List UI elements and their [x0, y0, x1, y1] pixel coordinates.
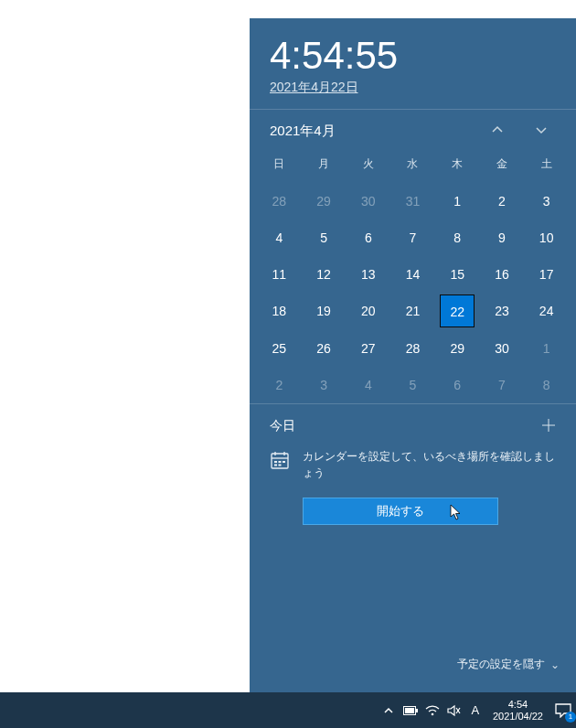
calendar-day[interactable]: 28 — [390, 330, 435, 367]
clock-time: 4:54:55 — [270, 37, 556, 75]
calendar-day[interactable]: 8 — [435, 219, 480, 256]
start-button[interactable]: 開始する — [303, 498, 498, 525]
chevron-up-icon — [383, 705, 394, 716]
calendar-day[interactable]: 19 — [302, 293, 347, 330]
calendar-day[interactable]: 9 — [480, 219, 525, 256]
calendar-icon — [270, 450, 290, 470]
svg-rect-6 — [274, 461, 277, 463]
wifi-icon[interactable] — [423, 701, 442, 720]
calendar-day[interactable]: 5 — [390, 367, 435, 403]
calendar-day[interactable]: 27 — [346, 330, 390, 367]
calendar-day[interactable]: 13 — [346, 256, 390, 293]
today-label: 今日 — [270, 418, 295, 434]
chevron-down-icon — [535, 123, 548, 136]
prev-month-button[interactable] — [483, 123, 512, 139]
svg-rect-13 — [405, 708, 414, 713]
calendar-day[interactable]: 12 — [302, 256, 347, 293]
clock-section: 4:54:55 2021年4月22日 — [250, 18, 576, 109]
dow-header: 火 — [346, 151, 390, 183]
svg-rect-7 — [279, 461, 282, 463]
calendar-day[interactable]: 31 — [390, 183, 435, 219]
calendar-day[interactable]: 30 — [480, 330, 525, 367]
calendar-day[interactable]: 28 — [257, 183, 302, 219]
calendar-day[interactable]: 2 — [257, 367, 302, 403]
calendar-day[interactable]: 4 — [346, 367, 390, 403]
system-tray: A 4:54 2021/04/22 1 — [379, 699, 574, 722]
calendar-day[interactable]: 6 — [435, 367, 480, 403]
calendar-day[interactable]: 1 — [524, 330, 569, 367]
taskbar-date: 2021/04/22 — [493, 711, 543, 723]
calendar-grid: 日月火水木金土282930311234567891011121314151617… — [250, 151, 576, 403]
dow-header: 土 — [524, 151, 569, 183]
calendar-day[interactable]: 20 — [346, 293, 390, 330]
calendar-day[interactable]: 7 — [480, 367, 525, 403]
month-label[interactable]: 2021年4月 — [270, 123, 468, 140]
calendar-day[interactable]: 25 — [257, 330, 302, 367]
dow-header: 木 — [435, 151, 480, 183]
svg-rect-12 — [416, 709, 418, 712]
calendar-day[interactable]: 30 — [346, 183, 390, 219]
calendar-day[interactable]: 6 — [346, 219, 390, 256]
calendar-day[interactable]: 15 — [435, 256, 480, 293]
dow-header: 水 — [390, 151, 435, 183]
action-center-button[interactable]: 1 — [552, 701, 574, 721]
calendar-day[interactable]: 24 — [524, 293, 569, 330]
calendar-day[interactable]: 29 — [435, 330, 480, 367]
calendar-day[interactable]: 26 — [302, 330, 347, 367]
calendar-day[interactable]: 4 — [257, 219, 302, 256]
calendar-day[interactable]: 11 — [257, 256, 302, 293]
svg-rect-10 — [279, 465, 282, 466]
volume-icon[interactable] — [445, 701, 464, 720]
events-row: カレンダーを設定して、いるべき場所を確認しましょう — [270, 448, 556, 481]
chevron-down-icon: ⌄ — [550, 658, 560, 671]
calendar-day-today[interactable]: 22 — [435, 293, 480, 330]
hide-agenda-label: 予定の設定を隠す — [457, 657, 545, 672]
taskbar-time: 4:54 — [493, 699, 543, 711]
calendar-day[interactable]: 5 — [302, 219, 347, 256]
events-section: 今日 カレンダーを設定して、いるべき場所を確認しましょう 開始する — [250, 403, 576, 532]
svg-point-14 — [432, 712, 434, 715]
dow-header: 日 — [257, 151, 302, 183]
calendar-day[interactable]: 10 — [524, 219, 569, 256]
calendar-day[interactable]: 14 — [390, 256, 435, 293]
svg-rect-9 — [274, 465, 277, 466]
calendar-day[interactable]: 21 — [390, 293, 435, 330]
clock-calendar-flyout: 4:54:55 2021年4月22日 2021年4月 日月火水木金土282930… — [250, 18, 576, 692]
plus-icon — [541, 418, 556, 433]
svg-rect-8 — [283, 461, 285, 463]
calendar-day[interactable]: 2 — [480, 183, 525, 219]
next-month-button[interactable] — [527, 123, 556, 139]
cursor-icon — [450, 504, 463, 520]
calendar-day[interactable]: 1 — [435, 183, 480, 219]
start-button-label: 開始する — [377, 504, 424, 518]
calendar-day[interactable]: 17 — [524, 256, 569, 293]
clock-date-link[interactable]: 2021年4月22日 — [270, 80, 358, 94]
calendar-day[interactable]: 16 — [480, 256, 525, 293]
calendar-day[interactable]: 8 — [524, 367, 569, 403]
taskbar: A 4:54 2021/04/22 1 — [0, 692, 576, 728]
calendar-day[interactable]: 3 — [302, 367, 347, 403]
notification-badge: 1 — [565, 712, 576, 723]
calendar-day[interactable]: 29 — [302, 183, 347, 219]
dow-header: 月 — [302, 151, 347, 183]
dow-header: 金 — [480, 151, 525, 183]
events-prompt-text: カレンダーを設定して、いるべき場所を確認しましょう — [303, 448, 556, 481]
hide-agenda-button[interactable]: 予定の設定を隠す ⌄ — [457, 657, 560, 672]
taskbar-clock[interactable]: 4:54 2021/04/22 — [487, 699, 549, 722]
calendar-day[interactable]: 7 — [390, 219, 435, 256]
add-event-button[interactable] — [541, 417, 556, 435]
calendar-header: 2021年4月 — [250, 110, 576, 151]
ime-indicator[interactable]: A — [467, 703, 484, 717]
calendar-day[interactable]: 3 — [524, 183, 569, 219]
battery-icon[interactable] — [401, 701, 420, 720]
tray-overflow-button[interactable] — [379, 701, 398, 720]
calendar-day[interactable]: 18 — [257, 293, 302, 330]
events-header: 今日 — [270, 417, 556, 435]
chevron-up-icon — [491, 123, 504, 136]
calendar-day[interactable]: 23 — [480, 293, 525, 330]
